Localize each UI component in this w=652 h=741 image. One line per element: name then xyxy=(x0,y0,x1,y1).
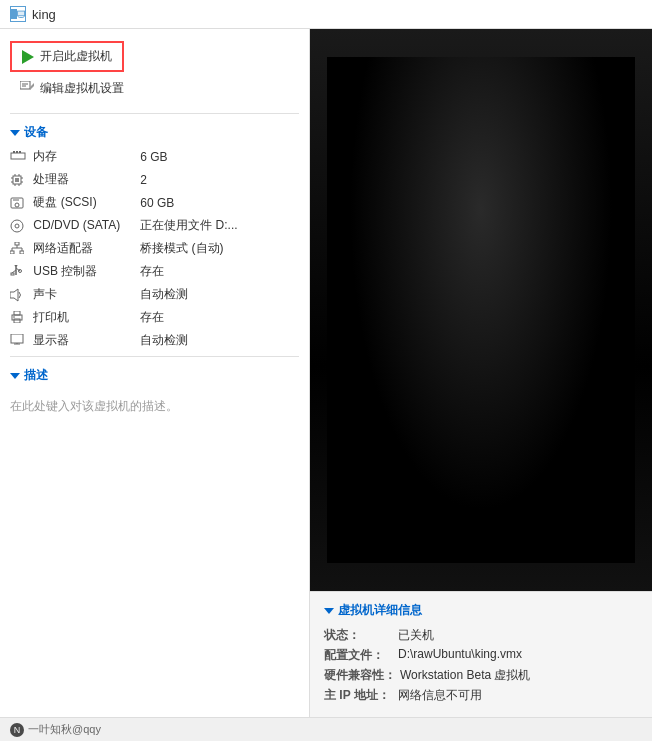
vm-preview xyxy=(310,29,652,591)
device-name: USB 控制器 xyxy=(33,264,97,278)
vm-info-rows: 状态： 已关机 配置文件： D:\rawUbuntu\king.vmx 硬件兼容… xyxy=(324,627,638,704)
cd-icon xyxy=(10,219,26,233)
device-row: 网络适配器 桥接模式 (自动) xyxy=(0,237,309,260)
device-name-cell: CD/DVD (SATA) xyxy=(0,214,130,237)
device-name: 声卡 xyxy=(33,287,57,301)
svg-point-27 xyxy=(15,224,19,228)
description-hint: 在此处键入对该虚拟机的描述。 xyxy=(10,394,299,419)
device-row: CD/DVD (SATA) 正在使用文件 D:... xyxy=(0,214,309,237)
device-value-cell: 正在使用文件 D:... xyxy=(130,214,309,237)
window-title: king xyxy=(32,7,56,22)
device-row: 硬盘 (SCSI) 60 GB xyxy=(0,191,309,214)
memory-icon xyxy=(10,150,26,164)
display-icon xyxy=(10,334,26,348)
vm-info-row-label: 硬件兼容性： xyxy=(324,667,396,684)
svg-rect-10 xyxy=(13,151,15,153)
device-row: 显示器 自动检测 xyxy=(0,329,309,352)
edit-vm-button[interactable]: 编辑虚拟机设置 xyxy=(10,76,134,101)
left-panel: 开启此虚拟机 编辑虚拟机设置 设备 xyxy=(0,29,310,717)
svg-marker-8 xyxy=(30,83,34,90)
svg-rect-43 xyxy=(14,311,20,315)
svg-rect-46 xyxy=(11,334,23,343)
right-panel: 虚拟机详细信息 状态： 已关机 配置文件： D:\rawUbuntu\king.… xyxy=(310,29,652,717)
svg-rect-14 xyxy=(15,178,19,182)
device-row: 打印机 存在 xyxy=(0,306,309,329)
device-value-cell: 自动检测 xyxy=(130,329,309,352)
vm-info-row-value: D:\rawUbuntu\king.vmx xyxy=(398,647,522,664)
disk-icon xyxy=(10,196,26,210)
edit-vm-label: 编辑虚拟机设置 xyxy=(40,80,124,97)
device-value-cell: 存在 xyxy=(130,306,309,329)
collapse-icon xyxy=(10,130,20,136)
vm-info-row-value: Workstation Beta 虚拟机 xyxy=(400,667,531,684)
device-row: 内存 6 GB xyxy=(0,145,309,168)
title-bar: king xyxy=(0,0,652,29)
device-value-cell: 自动检测 xyxy=(130,283,309,306)
svg-rect-5 xyxy=(20,81,30,89)
description-section-header[interactable]: 描述 xyxy=(0,361,309,388)
vm-icon xyxy=(10,6,26,22)
device-name-cell: USB 控制器 xyxy=(0,260,130,283)
device-name: 处理器 xyxy=(33,172,69,186)
vm-info-header[interactable]: 虚拟机详细信息 xyxy=(324,602,638,619)
start-vm-button[interactable]: 开启此虚拟机 xyxy=(10,41,124,72)
usb-icon xyxy=(10,265,26,279)
footer-icon: N xyxy=(10,723,24,737)
svg-rect-12 xyxy=(19,151,21,153)
device-name: 内存 xyxy=(33,149,57,163)
device-name-cell: 打印机 xyxy=(0,306,130,329)
svg-line-2 xyxy=(17,16,19,17)
vm-info-row-value: 网络信息不可用 xyxy=(398,687,482,704)
device-value-cell: 60 GB xyxy=(130,191,309,214)
device-name-cell: 内存 xyxy=(0,145,130,168)
svg-rect-9 xyxy=(11,153,25,159)
vm-info-row-label: 配置文件： xyxy=(324,647,394,664)
start-vm-label: 开启此虚拟机 xyxy=(40,48,112,65)
svg-marker-41 xyxy=(10,289,18,301)
device-name: 打印机 xyxy=(33,310,69,324)
play-icon xyxy=(22,50,34,64)
device-row: USB 控制器 存在 xyxy=(0,260,309,283)
collapse-icon2 xyxy=(10,373,20,379)
device-row: 声卡 自动检测 xyxy=(0,283,309,306)
separator xyxy=(10,113,299,114)
svg-rect-1 xyxy=(17,11,24,16)
vm-info-row-label: 主 IP 地址： xyxy=(324,687,394,704)
svg-point-24 xyxy=(15,203,19,207)
vm-info-row: 主 IP 地址： 网络信息不可用 xyxy=(324,687,638,704)
device-value-cell: 存在 xyxy=(130,260,309,283)
device-name: 硬盘 (SCSI) xyxy=(33,195,96,209)
device-value-cell: 6 GB xyxy=(130,145,309,168)
device-name: 显示器 xyxy=(33,333,69,347)
svg-rect-11 xyxy=(16,151,18,153)
vm-info-row: 硬件兼容性： Workstation Beta 虚拟机 xyxy=(324,667,638,684)
network-icon xyxy=(10,242,26,256)
vm-info-label: 虚拟机详细信息 xyxy=(338,602,422,619)
svg-rect-39 xyxy=(11,273,14,275)
printer-icon xyxy=(10,311,26,325)
device-value-cell: 桥接模式 (自动) xyxy=(130,237,309,260)
device-name: CD/DVD (SATA) xyxy=(33,218,120,232)
devices-section-header[interactable]: 设备 xyxy=(0,118,309,145)
vm-info-row-value: 已关机 xyxy=(398,627,434,644)
device-name-cell: 声卡 xyxy=(0,283,130,306)
vm-info-row: 状态： 已关机 xyxy=(324,627,638,644)
svg-point-38 xyxy=(15,265,18,267)
device-name-cell: 显示器 xyxy=(0,329,130,352)
description-label: 描述 xyxy=(24,367,48,384)
action-buttons: 开启此虚拟机 编辑虚拟机设置 xyxy=(0,37,309,109)
device-value-cell: 2 xyxy=(130,168,309,191)
description-section: 在此处键入对该虚拟机的描述。 xyxy=(0,388,309,425)
vm-info-row: 配置文件： D:\rawUbuntu\king.vmx xyxy=(324,647,638,664)
device-name-cell: 硬盘 (SCSI) xyxy=(0,191,130,214)
edit-icon xyxy=(20,81,34,96)
footer-text: 一叶知秋@qqy xyxy=(28,722,101,737)
device-name-cell: 处理器 xyxy=(0,168,130,191)
device-row: 处理器 2 xyxy=(0,168,309,191)
device-name-cell: 网络适配器 xyxy=(0,237,130,260)
svg-rect-30 xyxy=(20,251,24,254)
cpu-icon xyxy=(10,173,26,187)
device-name: 网络适配器 xyxy=(33,241,93,255)
svg-point-26 xyxy=(11,220,23,232)
svg-rect-29 xyxy=(10,251,14,254)
